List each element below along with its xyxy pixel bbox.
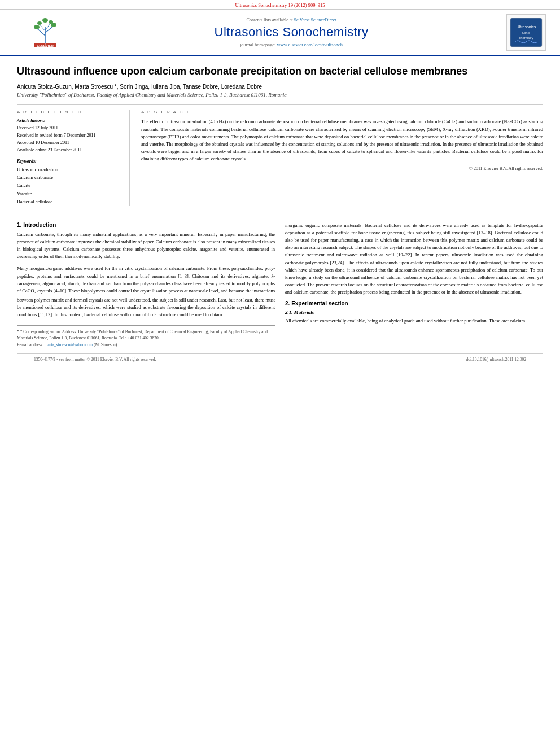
us-logo-icon: Ultrasonics Sono- chemistry — [509, 17, 543, 48]
main-content: Ultrasound influence upon calcium carbon… — [0, 56, 560, 373]
abstract-column: A B S T R A C T The effect of ultrasonic… — [141, 110, 543, 206]
body-right-column: inorganic–organic composite materials. B… — [285, 222, 543, 348]
journal-homepage: journal homepage: www.elsevier.com/locat… — [79, 42, 504, 47]
svg-point-10 — [42, 18, 48, 23]
section2-label: Experimental section — [291, 300, 348, 307]
keyword-4: Vaterite — [17, 190, 121, 198]
article-info-header: A R T I C L E I N F O — [17, 110, 121, 115]
body-two-columns: 1. Introduction Calcium carbonate, throu… — [17, 222, 543, 348]
email-person: (M. Stroescu). — [94, 342, 118, 347]
section1-label: Introduction — [23, 222, 56, 228]
received-revised: Received in revised form 7 December 2011 — [17, 132, 121, 139]
journal-logo-right: Ultrasonics Sono- chemistry — [504, 14, 549, 51]
svg-point-6 — [34, 25, 40, 29]
keyword-5: Bacterial cellulose — [17, 198, 121, 206]
doi-line: doi:10.1016/j.ultsonch.2011.12.002 — [466, 357, 526, 362]
footnote-text: * Corresponding author. Address: Univers… — [17, 329, 268, 340]
section2-1-label: Materials — [294, 309, 314, 315]
journal-name-area: Contents lists available at SciVerse Sci… — [79, 18, 504, 47]
article-history-label: Article history: — [17, 118, 121, 123]
svg-point-8 — [37, 21, 42, 25]
contents-list-text: Contents lists available at — [247, 18, 293, 23]
article-dates: Received 12 July 2011 Received in revise… — [17, 125, 121, 154]
journal-citation-bar: Ultrasonics Sonochemistry 19 (2012) 909–… — [0, 0, 560, 10]
journal-header: ELSEVIER Contents lists available at Sci… — [0, 10, 560, 56]
abstract-text: The effect of ultrasonic irradiation (40… — [141, 118, 543, 163]
article-title: Ultrasound influence upon calcium carbon… — [17, 65, 543, 78]
affiliation: University "Politehnica" of Bucharest, F… — [17, 92, 543, 98]
elsevier-logo-area: ELSEVIER — [11, 16, 79, 50]
svg-text:ELSEVIER: ELSEVIER — [37, 44, 54, 47]
intro-paragraph-2: Many inorganic/organic additives were us… — [17, 265, 275, 318]
intro-paragraph-1: Calcium carbonate, through its many indu… — [17, 231, 275, 261]
homepage-url[interactable]: www.elsevier.com/locate/ultsonch — [277, 42, 343, 47]
info-abstract-section: A R T I C L E I N F O Article history: R… — [17, 104, 543, 206]
email-address[interactable]: marta_stroescu@yahoo.com — [45, 342, 93, 347]
issn-line: 1350-4177/$ - see front matter © 2011 El… — [34, 357, 156, 362]
svg-line-4 — [40, 24, 45, 31]
body-left-column: 1. Introduction Calcium carbonate, throu… — [17, 222, 275, 348]
journal-logo-box: Ultrasonics Sono- chemistry — [506, 14, 546, 51]
section1-number: 1. — [17, 222, 21, 228]
homepage-label: journal homepage: — [240, 42, 276, 47]
elsevier-logo-icon: ELSEVIER — [17, 16, 73, 50]
svg-text:Sono-: Sono- — [522, 31, 531, 34]
email-line: E-mail address: marta_stroescu@yahoo.com… — [17, 342, 275, 348]
section2-1-number: 2.1. — [285, 309, 293, 315]
available-date: Available online 23 December 2011 — [17, 147, 121, 154]
journal-title: Ultrasonics Sonochemistry — [79, 25, 504, 40]
sciverse-bar: Contents lists available at SciVerse Sci… — [79, 18, 504, 23]
materials-paragraph: All chemicals are commercially available… — [285, 317, 543, 325]
article-info-column: A R T I C L E I N F O Article history: R… — [17, 110, 130, 206]
received-date: Received 12 July 2011 — [17, 125, 121, 132]
authors-line: Anicuta Stoica-Guzun, Marta Stroescu *, … — [17, 84, 543, 90]
section2-title: 2. Experimental section — [285, 300, 543, 307]
body-divider — [17, 215, 543, 215]
sciverse-link[interactable]: SciVerse ScienceDirect — [294, 18, 336, 23]
bottom-bar: 1350-4177/$ - see front matter © 2011 El… — [17, 353, 543, 365]
keywords-section: Keywords: Ultrasonic irradiation Calcium… — [17, 159, 121, 206]
keyword-1: Ultrasonic irradiation — [17, 165, 121, 173]
section2-number: 2. — [285, 300, 290, 307]
keyword-3: Calcite — [17, 181, 121, 189]
keywords-label: Keywords: — [17, 159, 121, 164]
author-names: Anicuta Stoica-Guzun, Marta Stroescu *, … — [17, 84, 262, 90]
section1-title: 1. Introduction — [17, 222, 275, 228]
svg-line-3 — [45, 26, 54, 33]
svg-text:Ultrasonics: Ultrasonics — [517, 25, 536, 29]
svg-text:chemistry: chemistry — [519, 36, 533, 40]
section2-1-title: 2.1. Materials — [285, 309, 543, 315]
footer-note: * * Corresponding author. Address: Unive… — [17, 325, 275, 348]
email-label: E-mail address: — [17, 342, 43, 347]
right-col-para1: inorganic–organic composite materials. B… — [285, 222, 543, 296]
journal-citation: Ultrasonics Sonochemistry 19 (2012) 909–… — [235, 2, 325, 8]
footnote-asterisk-line: * * Corresponding author. Address: Unive… — [17, 329, 275, 342]
accepted-date: Accepted 10 December 2011 — [17, 139, 121, 147]
svg-point-9 — [49, 20, 53, 24]
copyright: © 2011 Elsevier B.V. All rights reserved… — [141, 166, 543, 171]
keywords-list: Ultrasonic irradiation Calcium carbonate… — [17, 165, 121, 206]
abstract-header: A B S T R A C T — [141, 110, 543, 115]
keyword-2: Calcium carbonate — [17, 173, 121, 181]
